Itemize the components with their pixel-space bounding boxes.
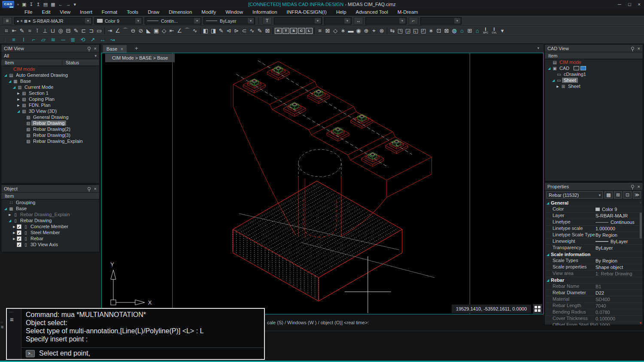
tree-item[interactable]: ▭ cDrawing1	[545, 71, 643, 77]
collapsed-command-tab[interactable]: ∷ ≡	[0, 308, 6, 361]
expander-open-icon[interactable]	[16, 109, 21, 113]
expander-closed-icon[interactable]	[16, 91, 21, 95]
menu-item[interactable]: Help	[332, 9, 350, 16]
column-item[interactable]: Item	[1, 60, 62, 65]
menu-item[interactable]: Dimension	[165, 9, 196, 16]
cad-tool-icon[interactable]: ⇥	[106, 27, 114, 35]
property-value[interactable]: D22	[595, 290, 643, 296]
cad-tool-icon[interactable]: ◲	[404, 27, 412, 35]
tree-item[interactable]: ▦ Base	[1, 78, 99, 84]
property-value[interactable]: ByLayer	[595, 245, 643, 251]
cad-tool-icon[interactable]: ⊗	[378, 27, 386, 35]
chevron-down-icon[interactable]: ▾	[344, 18, 350, 24]
menu-item[interactable]: M-Dream	[394, 9, 422, 16]
tree-item[interactable]: ▧ General Drawing	[1, 114, 99, 120]
cad-tool-icon[interactable]: ⌖	[370, 27, 378, 35]
table-tool-icon[interactable]: S	[290, 28, 297, 34]
cad-tool-icon[interactable]: ◳	[396, 27, 404, 35]
scroll-down-icon[interactable]: ▼	[639, 321, 642, 325]
tree-item[interactable]: ▧ Rebar Drawing	[1, 120, 99, 126]
close-icon[interactable]: ×	[638, 184, 640, 189]
cad-tool-icon[interactable]: ✎	[256, 27, 264, 35]
property-value[interactable]: ByLayer	[595, 238, 643, 244]
property-value[interactable]: 1.000000	[595, 226, 643, 232]
table-tool-icon[interactable]: T	[283, 28, 289, 34]
command-window[interactable]: ∷∷ ≡ Command: mua *MULTIANNOTATION*Objec…	[6, 308, 265, 360]
property-value[interactable]: 0.0780	[595, 309, 643, 315]
cad-tool-icon[interactable]: ⊳	[233, 27, 240, 35]
cad-tool-icon[interactable]: ▣	[152, 27, 160, 35]
expander-open-icon[interactable]: ◢	[545, 201, 551, 205]
minimize-button[interactable]: ─	[618, 2, 621, 7]
property-value[interactable]: 0.1000	[595, 322, 643, 326]
expander-closed-icon[interactable]	[12, 237, 17, 241]
cad-tool-icon[interactable]: ⊠	[324, 27, 331, 35]
visibility-checkbox[interactable]	[17, 236, 21, 241]
cim-view-filter[interactable]: All ▾	[1, 52, 99, 59]
cad-tool-icon[interactable]: ✎	[217, 27, 225, 35]
tree-item[interactable]: ▤ CIM mode	[545, 59, 643, 65]
cad-tool-icon[interactable]: ▬	[347, 27, 355, 35]
line-icon[interactable]: ─	[59, 36, 67, 43]
visibility-checkbox[interactable]	[17, 224, 21, 229]
cad-tool-icon[interactable]: ⊺	[33, 27, 41, 35]
tree-item[interactable]: ▤ Auto Generated Drawing	[1, 72, 99, 78]
expander-closed-icon[interactable]	[12, 231, 17, 235]
expander-open-icon[interactable]: ◢	[545, 253, 551, 256]
property-value[interactable]: Color 9	[595, 206, 643, 212]
cad-tool-icon[interactable]: ⊥	[41, 27, 49, 35]
property-value[interactable]: B1	[595, 284, 643, 290]
text-style-button[interactable]: T	[262, 17, 272, 24]
property-value[interactable]: Shape object	[595, 264, 643, 270]
scale-icon[interactable]: ↗	[89, 36, 97, 43]
chevron-down-icon[interactable]: ▾	[315, 18, 321, 24]
cad-tool-icon[interactable]: ✎	[18, 27, 26, 35]
multiline-icon[interactable]: ≣	[69, 36, 77, 43]
property-row[interactable]: Scale Types By Region	[545, 258, 643, 264]
expander-open-icon[interactable]	[551, 78, 556, 82]
menu-item[interactable]: INFRA-DESIGN(I)	[283, 9, 331, 16]
house-tool-icon[interactable]: ⌂	[474, 27, 481, 35]
pin-icon[interactable]	[631, 47, 634, 50]
property-row[interactable]: Linetype Continuous	[545, 219, 643, 226]
new-tab-button[interactable]: +	[135, 45, 138, 51]
column-status[interactable]: Status	[62, 60, 79, 65]
tree-item[interactable]: CIM mode	[1, 66, 99, 72]
scroll-up-icon[interactable]: ▲	[639, 200, 642, 204]
viewport-button-active[interactable]	[580, 66, 586, 70]
cad-tool-icon[interactable]: ⌒	[122, 27, 129, 35]
property-section-header[interactable]: ◢ Scale information	[545, 251, 643, 258]
tab-close-icon[interactable]: ×	[121, 47, 123, 51]
chevron-down-icon[interactable]: ▾	[399, 18, 405, 24]
grid-toggle-button[interactable]	[533, 304, 542, 314]
menu-item[interactable]: Tools	[123, 9, 142, 16]
pin-icon[interactable]	[631, 185, 634, 188]
menu-item[interactable]: Information	[249, 9, 281, 16]
linetype-select[interactable]: Contin... ▾	[145, 17, 201, 24]
cad-tool-icon[interactable]: ⊟	[64, 27, 72, 35]
properties-scrollbar[interactable]: ▲ ▼	[639, 200, 643, 326]
expander-closed-icon[interactable]	[7, 213, 12, 217]
table-tool-icon[interactable]: C	[298, 28, 305, 34]
pin-icon[interactable]	[88, 187, 91, 190]
property-value[interactable]: By Region	[595, 258, 643, 264]
menu-item[interactable]: Insert	[76, 9, 96, 16]
cad-tool-icon[interactable]: ◣	[145, 27, 152, 35]
cad-tool-icon[interactable]: ◇	[331, 27, 339, 35]
tab-menu-icon[interactable]: ▾	[537, 46, 539, 50]
cad-tool-icon[interactable]: ≈	[26, 27, 33, 35]
cad-tool-icon[interactable]: ⊠	[443, 27, 450, 35]
property-value[interactable]: By Region	[595, 232, 643, 238]
match-props-icon[interactable]: ≡	[10, 36, 18, 43]
ibeam-icon[interactable]: I	[20, 36, 27, 43]
property-row[interactable]: Transparency ByLayer	[545, 245, 643, 251]
menu-item[interactable]: Window	[222, 9, 247, 16]
chevron-down-icon[interactable]: ▾	[248, 18, 254, 24]
tree-item[interactable]: ∷ Grouping	[1, 199, 99, 205]
cad-tool-icon[interactable]: ∿	[248, 27, 256, 35]
expander-closed-icon[interactable]	[16, 103, 21, 107]
tree-item[interactable]: ▯ Concrete Member	[1, 223, 99, 229]
cad-tool-icon[interactable]: ⊲	[225, 27, 233, 35]
cad-tool-icon[interactable]: ⊔	[49, 27, 57, 35]
cad-tool-icon[interactable]: ⊘	[137, 27, 145, 35]
